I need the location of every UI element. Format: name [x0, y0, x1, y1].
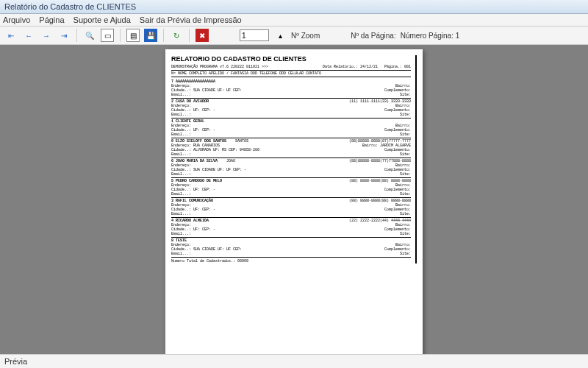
export-button[interactable]: ↻	[170, 29, 183, 42]
page-info: Número Página: 1	[401, 32, 460, 40]
report-column-header: Nº NOME COMPLETO APELIDO / FANTASIA DDD …	[171, 71, 411, 77]
toolbar: ⇤ ← → ⇥ 🔍 ▭ ▤ 💾 ↻ ✖ ▴ Nº Zoom Nº da Pági…	[0, 26, 588, 45]
report-entry: 6 JOAO MARIA DA SILVA JOAO(88)88888-8888…	[171, 158, 411, 178]
menu-pagina[interactable]: Página	[39, 15, 64, 24]
report-total: Numero Total de Cadastrados.: 00009	[171, 259, 411, 263]
report-page-num: Página.: 001	[384, 65, 411, 69]
fit-page-button[interactable]: ▭	[101, 29, 114, 42]
status-text: Prévia	[4, 357, 27, 366]
print-button[interactable]: ▤	[126, 29, 140, 42]
menu-arquivo[interactable]: Arquivo	[3, 15, 30, 24]
report-subtitle: DEMONSTRAÇÃO PROGRAMA v7.6 220222 011021…	[171, 65, 268, 69]
statusbar: Prévia	[0, 354, 588, 368]
report-entry: 1 CLIENTE GERAL Endereço:Bairro:Cidade..…	[171, 118, 411, 138]
report-entry: 2 CASA DO AVIADOR (11) 1111-1111(33) 333…	[171, 99, 411, 118]
save-button[interactable]: 💾	[144, 29, 157, 42]
prev-page-button[interactable]: ←	[22, 29, 35, 42]
first-page-button[interactable]: ⇤	[4, 29, 18, 42]
zoom-stepper[interactable]: ▴	[273, 29, 287, 42]
menu-sair[interactable]: Sair da Prévia de Impressão	[140, 15, 242, 24]
next-page-button[interactable]: →	[40, 29, 53, 42]
separator	[163, 29, 164, 42]
menubar: Arquivo Página Suporte e Ajuda Sair da P…	[0, 14, 588, 26]
zoom-input[interactable]	[240, 29, 269, 41]
page-label: Nº da Página:	[351, 32, 395, 40]
report-entries: 7 AAAAAAAAAAAAAAAAAA Endereço:Bairro:Cid…	[171, 79, 411, 258]
report-entry: 8 TESTE Endereço:Bairro:Cidade..: SUA CI…	[171, 238, 411, 258]
report-entry: 9 ELZO SIELOFF DOS SANTOS SANTOS(88)8888…	[171, 138, 411, 158]
report-entry: 5 PEDRO CARDOSO DE MELO (88) 8888-8888(8…	[171, 178, 411, 198]
last-page-button[interactable]: ⇥	[57, 29, 71, 42]
preview-viewer[interactable]: RELATORIO DO CADASTRO DE CLIENTES DEMONS…	[0, 45, 588, 354]
separator	[120, 29, 121, 42]
window-titlebar: Relatório do Cadastro de CLIENTES	[0, 0, 588, 14]
zoom-label: Nº Zoom	[291, 32, 320, 40]
report-date: Data Relatório.: 24/12/21	[323, 65, 378, 69]
report-title: RELATORIO DO CADASTRO DE CLIENTES	[171, 55, 411, 63]
menu-suporte[interactable]: Suporte e Ajuda	[74, 15, 131, 24]
separator	[76, 29, 77, 42]
zoom-tool-button[interactable]: 🔍	[83, 29, 96, 42]
report-entry: 4 RICARDO ALMEIDA (22) 2222-2222(44) 444…	[171, 218, 411, 238]
report-entry: 7 AAAAAAAAAAAAAAAAAA Endereço:Bairro:Cid…	[171, 79, 411, 99]
report-page: RELATORIO DO CADASTRO DE CLIENTES DEMONS…	[165, 49, 423, 354]
separator	[189, 29, 190, 42]
report-entry: 3 RAFIL COMUNICAÇÃO (88) 8888-8888(88) 8…	[171, 198, 411, 218]
window-title: Relatório do Cadastro de CLIENTES	[4, 2, 136, 11]
close-button[interactable]: ✖	[196, 29, 209, 42]
